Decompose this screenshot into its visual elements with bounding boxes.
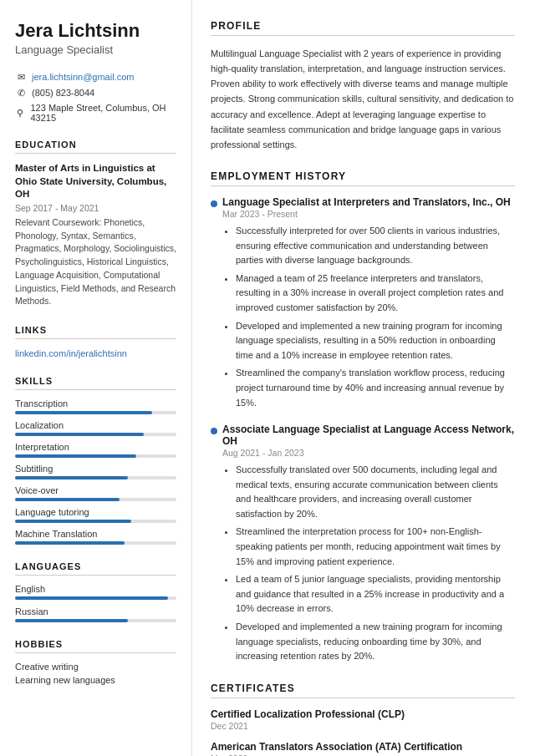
skill-bar-fill [15, 433, 144, 436]
cert-name: American Translators Association (ATA) C… [211, 741, 515, 753]
job-bullet: Streamlined the company's translation wo… [236, 366, 515, 410]
hobbies-list: Creative writingLearning new languages [15, 662, 176, 685]
lang-name: English [15, 584, 176, 594]
skill-bar-fill [15, 541, 125, 545]
candidate-title: Language Specialist [15, 43, 176, 56]
skill-bar-fill [15, 520, 131, 523]
lang-bar-bg [15, 596, 176, 600]
skill-name: Voice-over [15, 485, 176, 495]
job-bullet: Developed and implemented a new training… [236, 319, 515, 363]
job-bullet: Managed a team of 25 freelance interpret… [236, 271, 515, 316]
cert-date: Dec 2021 [211, 721, 515, 731]
links-title: LINKS [15, 325, 176, 339]
skill-bar-fill [15, 476, 128, 479]
links-section: LINKS linkedin.com/in/jeralichtsinn [15, 325, 176, 359]
employment-section: EMPLOYMENT HISTORY Language Specialist a… [211, 170, 515, 664]
education-title: EDUCATION [15, 140, 176, 154]
languages-title: LANGUAGES [15, 561, 176, 576]
lang-bar-fill [15, 619, 128, 622]
email-link[interactable]: jera.lichtsinn@gmail.com [32, 72, 134, 82]
profile-section: PROFILE Multilingual Language Specialist… [211, 20, 515, 152]
skill-name: Machine Translation [15, 529, 176, 539]
skill-bar-bg [15, 433, 176, 436]
skill-name: Localization [15, 420, 176, 430]
skill-bar-bg [15, 498, 176, 501]
hobby-item: Learning new languages [15, 675, 176, 685]
skills-list: Transcription Localization Interpretatio… [15, 398, 176, 545]
resume-container: Jera Lichtsinn Language Specialist ✉ jer… [0, 0, 535, 756]
skill-item: Voice-over [15, 485, 176, 501]
skill-item: Transcription [15, 398, 176, 414]
skill-item: Localization [15, 420, 176, 436]
edu-date: Sep 2017 - May 2021 [15, 203, 176, 213]
certs-list: Certified Localization Professional (CLP… [211, 708, 515, 756]
skill-bar-bg [15, 411, 176, 414]
lang-bar-bg [15, 619, 176, 622]
edu-degree: Master of Arts in Linguistics at Ohio St… [15, 162, 176, 201]
candidate-name: Jera Lichtsinn [15, 20, 176, 42]
job-bullet: Developed and implemented a new training… [236, 620, 515, 664]
hobbies-section: HOBBIES Creative writingLearning new lan… [15, 639, 176, 685]
skill-item: Interpretation [15, 442, 176, 458]
language-item: Russian [15, 606, 176, 622]
edu-description: Relevant Coursework: Phonetics, Phonolog… [15, 216, 176, 308]
sidebar: Jera Lichtsinn Language Specialist ✉ jer… [0, 0, 192, 756]
employment-title: EMPLOYMENT HISTORY [211, 170, 515, 186]
languages-section: LANGUAGES English Russian [15, 561, 176, 622]
job-title: Associate Language Specialist at Languag… [222, 424, 515, 447]
phone-item: ✆ (805) 823-8044 [15, 87, 176, 99]
job-bullet: Led a team of 5 junior language speciali… [236, 572, 515, 616]
skill-item: Language tutoring [15, 507, 176, 523]
profile-title: PROFILE [211, 20, 515, 36]
jobs-list: Language Specialist at Interpreters and … [211, 196, 515, 664]
lang-name: Russian [15, 606, 176, 616]
location-icon: ⚲ [15, 107, 25, 119]
skill-name: Subtitling [15, 464, 176, 474]
phone-icon: ✆ [15, 87, 27, 99]
skill-bar-bg [15, 520, 176, 523]
job-item: Associate Language Specialist at Languag… [211, 424, 515, 664]
email-icon: ✉ [15, 71, 27, 83]
cert-name: Certified Localization Professional (CLP… [211, 708, 515, 720]
skill-name: Transcription [15, 398, 176, 408]
job-bullet: Successfully interpreted for over 500 cl… [236, 224, 515, 268]
skill-name: Interpretation [15, 442, 176, 452]
skills-title: SKILLS [15, 376, 176, 390]
language-item: English [15, 584, 176, 600]
phone-text: (805) 823-8044 [32, 88, 94, 98]
address-item: ⚲ 123 Maple Street, Columbus, OH 43215 [15, 103, 176, 123]
profile-text: Multilingual Language Specialist with 2 … [211, 46, 515, 152]
job-bullets: Successfully translated over 500 documen… [222, 463, 515, 664]
skill-item: Subtitling [15, 464, 176, 479]
hobby-item: Creative writing [15, 662, 176, 672]
job-item: Language Specialist at Interpreters and … [211, 196, 515, 410]
skill-bar-fill [15, 454, 136, 458]
education-section: EDUCATION Master of Arts in Linguistics … [15, 140, 176, 308]
lang-bar-fill [15, 596, 168, 600]
job-bullet: Successfully translated over 500 documen… [236, 463, 515, 521]
email-item: ✉ jera.lichtsinn@gmail.com [15, 71, 176, 83]
skill-bar-bg [15, 541, 176, 545]
linkedin-link[interactable]: linkedin.com/in/jeralichtsinn [15, 348, 127, 358]
skill-bar-bg [15, 476, 176, 479]
main-content: PROFILE Multilingual Language Specialist… [192, 0, 535, 756]
job-title: Language Specialist at Interpreters and … [222, 196, 515, 208]
languages-list: English Russian [15, 584, 176, 622]
job-date: Aug 2021 - Jan 2023 [222, 448, 515, 458]
certificates-section: CERTIFICATES Certified Localization Prof… [211, 682, 515, 756]
cert-item: Certified Localization Professional (CLP… [211, 708, 515, 731]
address-text: 123 Maple Street, Columbus, OH 43215 [30, 103, 176, 123]
skill-bar-fill [15, 411, 152, 414]
cert-item: American Translators Association (ATA) C… [211, 741, 515, 756]
skill-item: Machine Translation [15, 529, 176, 545]
skill-bar-bg [15, 454, 176, 458]
job-bullet: Streamlined the interpretation process f… [236, 525, 515, 569]
certificates-title: CERTIFICATES [211, 682, 515, 698]
hobbies-title: HOBBIES [15, 639, 176, 653]
skills-section: SKILLS Transcription Localization Interp… [15, 376, 176, 545]
job-bullets: Successfully interpreted for over 500 cl… [222, 224, 515, 410]
job-date: Mar 2023 - Present [222, 209, 515, 219]
skill-bar-fill [15, 498, 120, 501]
skill-name: Language tutoring [15, 507, 176, 517]
